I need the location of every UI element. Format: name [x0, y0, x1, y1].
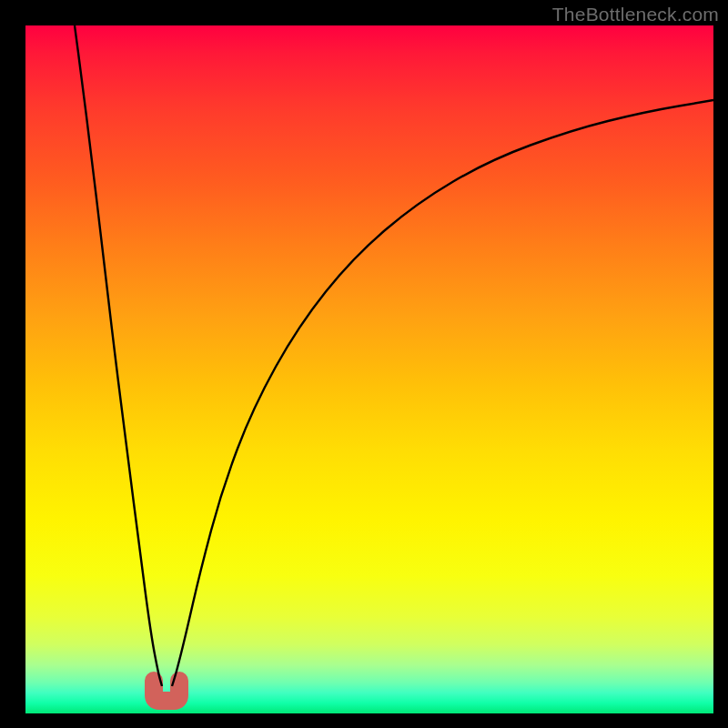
- watermark-text: TheBottleneck.com: [552, 4, 719, 25]
- curve-right-branch: [172, 100, 713, 686]
- curve-layer: [25, 25, 713, 713]
- minimum-marker: [154, 681, 179, 701]
- chart-frame: TheBottleneck.com: [0, 0, 728, 728]
- curve-left-branch: [75, 25, 162, 686]
- plot-area: [25, 25, 713, 713]
